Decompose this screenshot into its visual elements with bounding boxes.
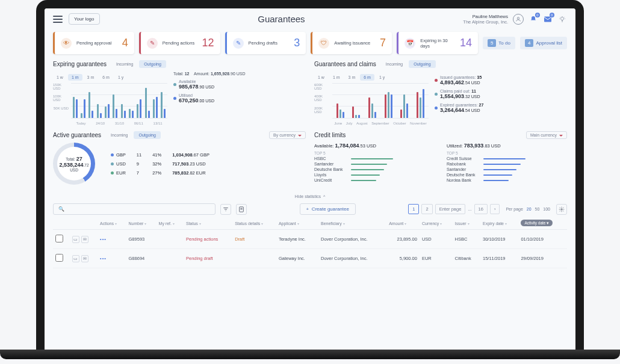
table-row[interactable]: ▭ ✉ ••• G88694 Pending draft Gateway Inc…: [53, 249, 567, 268]
menu-icon[interactable]: [53, 16, 63, 23]
company-name: The Alpine Group, Inc.: [463, 19, 508, 25]
tab-incoming[interactable]: Incoming: [111, 60, 138, 68]
summary-card-0[interactable]: 👁 Pending approval 4: [53, 32, 134, 54]
range-3m[interactable]: 3 m: [84, 74, 98, 81]
summary-card-4[interactable]: 📅 Expiring in 30 days 14: [397, 32, 478, 54]
range-1w[interactable]: 1 w: [314, 74, 328, 81]
page-title: Guarantees: [106, 14, 457, 24]
col-Status[interactable]: Status ▾: [184, 217, 232, 230]
expiring-chart: 150K USD100K USD50K USDToday24/1031/1006…: [53, 83, 167, 125]
active-donut: Total: 27 2,538,244.72 USD: [53, 143, 95, 185]
mail-badge: 0: [550, 13, 554, 17]
notif-badge: 0: [535, 13, 540, 17]
summary-card-2[interactable]: ✎ Pending drafts 3: [225, 32, 306, 54]
range-1m[interactable]: 1 m: [68, 74, 82, 81]
tab-incoming[interactable]: Incoming: [106, 131, 132, 139]
summary-card-3[interactable]: 🛡 Awaiting issuance 7: [311, 32, 392, 54]
range-1y[interactable]: 1 y: [114, 74, 127, 81]
guarantees-table: Actions ▾Number ▾My ref. ▾Status ▾Status…: [53, 217, 567, 268]
table-row[interactable]: ▭ ✉ ••• G89593 Pending actions Draft Ter…: [53, 230, 567, 249]
tab-incoming[interactable]: Incoming: [381, 60, 408, 68]
page-enter[interactable]: Enter page: [435, 204, 466, 214]
user-name: Pauline Matthews: [463, 14, 508, 19]
col-blank0: [53, 217, 70, 230]
range-3m[interactable]: 3 m: [345, 74, 359, 81]
col-Applicant[interactable]: Applicant ▾: [276, 217, 318, 230]
credit-title: Credit limits: [314, 132, 346, 138]
per-page-100[interactable]: 100: [543, 207, 550, 211]
avatar[interactable]: [513, 14, 524, 25]
mail-icon[interactable]: 0: [543, 14, 553, 24]
col-Amount[interactable]: Amount ▾: [386, 217, 420, 230]
claims-title: Guarantees and claims: [314, 61, 376, 67]
range-1m[interactable]: 1 m: [329, 74, 344, 81]
row-mail-icon[interactable]: ✉: [81, 236, 88, 243]
row-actions[interactable]: •••: [100, 236, 107, 242]
approval-pill[interactable]: 4Approval list: [520, 37, 567, 49]
col-Number[interactable]: Number ▾: [126, 217, 157, 230]
settings-icon[interactable]: [556, 204, 567, 215]
col-blank1: [70, 217, 98, 230]
tab-outgoing[interactable]: Outgoing: [134, 131, 160, 139]
filter-icon[interactable]: [220, 204, 231, 215]
range-6m[interactable]: 6 m: [360, 74, 374, 81]
col-Activity date[interactable]: Activity date ▾: [518, 217, 567, 230]
svg-point-4: [561, 208, 563, 210]
active-title: Active guarantees: [53, 132, 101, 138]
col-Actions[interactable]: Actions ▾: [98, 217, 126, 230]
credit-dropdown[interactable]: Main currency: [526, 131, 567, 139]
col-Status details[interactable]: Status details ▾: [232, 217, 276, 230]
per-page-50[interactable]: 50: [535, 207, 540, 211]
logo-placeholder[interactable]: Your logo: [69, 13, 100, 25]
range-6m[interactable]: 6 m: [99, 74, 113, 81]
row-checkbox[interactable]: [55, 254, 63, 262]
col-Beneficiary[interactable]: Beneficiary ▾: [318, 217, 386, 230]
export-icon[interactable]: [236, 204, 247, 215]
row-checkbox[interactable]: [55, 235, 63, 242]
active-dropdown[interactable]: By currency: [269, 131, 306, 139]
expiring-title: Expiring guarantees: [53, 61, 107, 67]
col-Issuer[interactable]: Issuer ▾: [453, 217, 480, 230]
claims-chart: 600K USD400K USD200K USDJuneJulyAugustSe…: [314, 83, 429, 125]
hide-statistics-toggle[interactable]: Hide statistics ^: [53, 191, 567, 201]
col-Currency[interactable]: Currency ▾: [420, 217, 453, 230]
page-next[interactable]: ›: [490, 204, 500, 214]
lightbulb-icon[interactable]: [557, 14, 567, 24]
tab-outgoing[interactable]: Outgoing: [139, 60, 166, 68]
per-page-20[interactable]: 20: [527, 207, 532, 211]
summary-card-1[interactable]: ✎ Pending actions 12: [139, 32, 220, 54]
row-mail-icon[interactable]: ✉: [81, 255, 88, 262]
tab-outgoing[interactable]: Outgoing: [409, 60, 435, 68]
create-guarantee-button[interactable]: + Create guarantee: [300, 203, 356, 215]
bell-icon[interactable]: 0: [529, 14, 538, 24]
range-1y[interactable]: 1 y: [376, 74, 388, 81]
page-2[interactable]: 2: [421, 204, 432, 214]
col-Expiry date[interactable]: Expiry date ▾: [480, 217, 518, 230]
col-My ref.[interactable]: My ref. ▾: [157, 217, 184, 230]
todo-pill[interactable]: 5To do: [483, 37, 515, 49]
svg-point-2: [561, 17, 564, 20]
row-doc-icon[interactable]: ▭: [72, 255, 79, 262]
page-1[interactable]: 1: [408, 204, 419, 214]
search-input[interactable]: 🔍: [53, 203, 215, 215]
range-1w[interactable]: 1 w: [53, 74, 67, 81]
page-last[interactable]: 16: [474, 204, 488, 214]
row-doc-icon[interactable]: ▭: [72, 236, 79, 243]
svg-point-0: [517, 17, 519, 19]
row-actions[interactable]: •••: [100, 256, 107, 261]
